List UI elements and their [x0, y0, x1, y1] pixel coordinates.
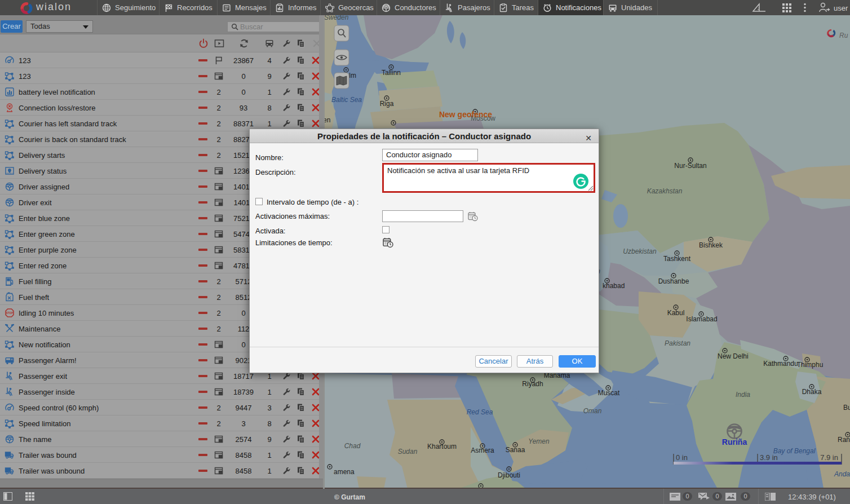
svg-text:Kazakhstan: Kazakhstan [647, 187, 683, 195]
svg-text:Rang: Rang [838, 436, 850, 444]
svg-text:Baltic Sea: Baltic Sea [331, 96, 362, 104]
svg-text:Djibouti: Djibouti [498, 471, 520, 479]
svg-text:Asmera: Asmera [471, 446, 494, 454]
svg-text:Pakistan: Pakistan [665, 339, 690, 347]
svg-text:India: India [736, 391, 750, 399]
svg-text:Red Sea: Red Sea [467, 408, 493, 416]
svg-text:Kathmandu: Kathmandu [763, 360, 798, 368]
svg-text:3.9 in: 3.9 in [760, 453, 778, 462]
svg-text:Oman: Oman [583, 407, 602, 415]
svg-text:Andama: Andama [834, 470, 850, 478]
svg-text:Sudan: Sudan [398, 448, 418, 456]
svg-text:7.9 in: 7.9 in [820, 453, 838, 462]
svg-text:Tashkent: Tashkent [663, 255, 691, 263]
svg-text:Islamabad: Islamabad [686, 315, 717, 323]
svg-text:Thimphu: Thimphu [797, 361, 824, 369]
svg-text:Bu: Bu [843, 404, 850, 412]
svg-text:Bay of Bengal: Bay of Bengal [773, 447, 816, 455]
svg-text:Ruriña: Ruriña [722, 437, 747, 446]
svg-text:0 in: 0 in [676, 453, 688, 462]
svg-text:Chad: Chad [344, 442, 361, 450]
svg-text:Kabul: Kabul [667, 309, 685, 317]
svg-text:Tallinn: Tallinn [382, 69, 401, 77]
svg-text:Muscat: Muscat [598, 389, 620, 397]
svg-text:Riyadh: Riyadh [522, 380, 543, 388]
svg-text:Riga: Riga [380, 100, 394, 108]
svg-text:Khartoum: Khartoum [427, 443, 457, 450]
svg-text:New geofence: New geofence [439, 110, 492, 119]
svg-text:New Delhi: New Delhi [718, 352, 749, 360]
svg-text:khabad: khabad [603, 282, 625, 290]
svg-text:Uzbekistan: Uzbekistan [623, 247, 657, 255]
svg-text:Sanaa: Sanaa [506, 446, 525, 454]
svg-text:Yemen: Yemen [528, 437, 550, 445]
svg-text:Sweden: Sweden [324, 15, 349, 21]
svg-text:Dhaka: Dhaka [802, 388, 822, 396]
svg-text:Bishkek: Bishkek [699, 241, 723, 249]
svg-text:amena: amena [334, 468, 355, 476]
svg-text:Nur-Sultan: Nur-Sultan [674, 162, 706, 170]
svg-text:Dushanbe: Dushanbe [658, 277, 689, 285]
svg-text:Ru: Ru [839, 32, 848, 39]
